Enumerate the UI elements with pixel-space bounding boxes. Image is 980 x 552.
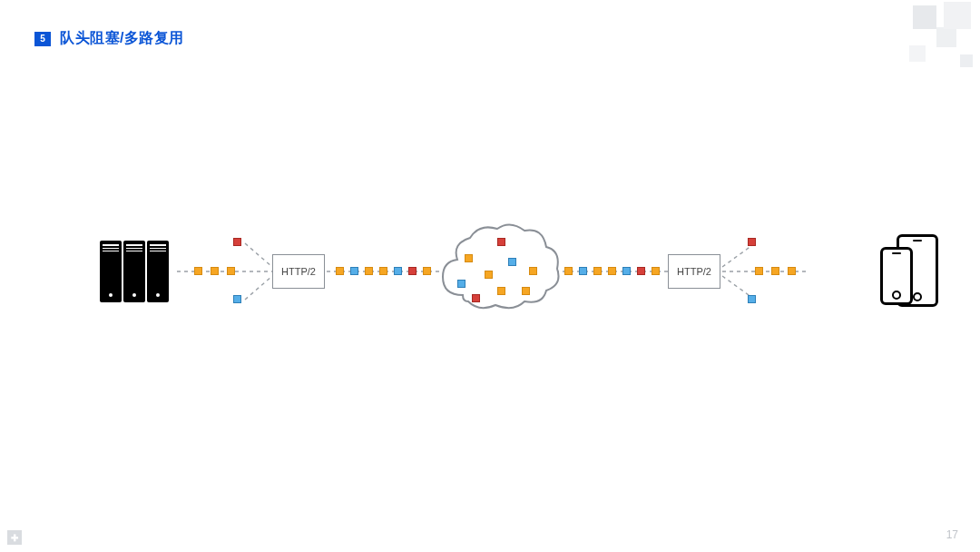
packet bbox=[194, 267, 202, 275]
packet bbox=[579, 267, 587, 275]
svg-line-1 bbox=[245, 243, 272, 267]
packet bbox=[497, 238, 505, 246]
packet bbox=[748, 238, 756, 246]
packet bbox=[365, 267, 373, 275]
packet bbox=[529, 267, 537, 275]
svg-line-6 bbox=[722, 243, 755, 267]
protocol-box-right: HTTP/2 bbox=[668, 254, 720, 289]
packet bbox=[233, 238, 241, 246]
packet bbox=[408, 267, 416, 275]
packet bbox=[394, 267, 402, 275]
packet bbox=[233, 295, 241, 303]
packet bbox=[508, 258, 516, 266]
section-number-badge: 5 bbox=[34, 32, 51, 46]
packet bbox=[472, 294, 480, 302]
packet bbox=[748, 295, 756, 303]
packet bbox=[211, 267, 219, 275]
servers-icon bbox=[100, 241, 169, 302]
slide-title: 队头阻塞/多路复用 bbox=[60, 29, 184, 48]
protocol-box-left: HTTP/2 bbox=[272, 254, 325, 289]
multiplexing-diagram: HTTP/2 HTTP/2 bbox=[0, 227, 980, 381]
svg-line-2 bbox=[245, 276, 272, 300]
footer-logo: ✚ bbox=[7, 530, 22, 545]
packet bbox=[652, 267, 660, 275]
packet bbox=[497, 287, 505, 295]
decorative-squares bbox=[871, 0, 980, 82]
packet bbox=[227, 267, 235, 275]
packet bbox=[522, 287, 530, 295]
packet bbox=[485, 271, 493, 279]
packet bbox=[771, 267, 779, 275]
packet bbox=[564, 267, 573, 275]
packet bbox=[622, 267, 631, 275]
packet bbox=[379, 267, 387, 275]
page-number: 17 bbox=[946, 528, 958, 541]
packet bbox=[608, 267, 616, 275]
packet bbox=[637, 267, 645, 275]
packet bbox=[423, 267, 431, 275]
packet bbox=[336, 267, 344, 275]
slide-header: 5 队头阻塞/多路复用 bbox=[34, 29, 184, 48]
packet bbox=[350, 267, 358, 275]
cloud-icon bbox=[436, 218, 563, 318]
packet bbox=[457, 280, 466, 288]
packet bbox=[593, 267, 602, 275]
packet bbox=[755, 267, 763, 275]
packet bbox=[465, 254, 473, 262]
packet bbox=[788, 267, 796, 275]
